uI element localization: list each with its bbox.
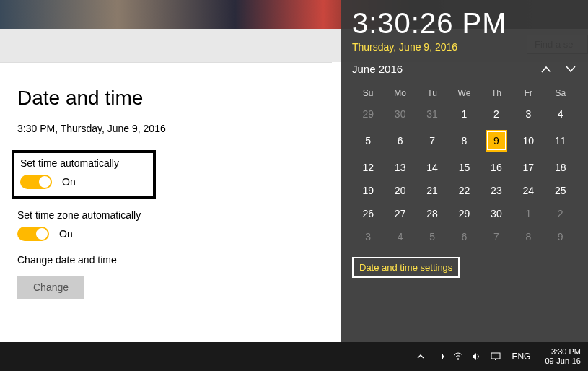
calendar-day[interactable]: 4 (545, 102, 576, 126)
calendar-day[interactable]: 17 (512, 156, 544, 179)
auto-time-toggle[interactable] (20, 175, 52, 189)
calendar-day[interactable]: 6 (448, 225, 480, 248)
calendar-day[interactable]: 5 (352, 126, 384, 156)
calendar-weekday: Su (352, 84, 384, 102)
calendar-day[interactable]: 3 (512, 102, 544, 126)
calendar-day[interactable]: 15 (448, 156, 480, 179)
auto-time-label: Set time automatically (20, 157, 147, 169)
calendar-day[interactable]: 2 (481, 102, 512, 126)
calendar-day[interactable]: 2 (545, 202, 576, 225)
calendar-day[interactable]: 30 (481, 202, 512, 225)
auto-time-state: On (62, 176, 76, 188)
calendar-day[interactable]: 19 (352, 179, 384, 202)
calendar-day[interactable]: 16 (481, 156, 512, 179)
current-datetime: 3:30 PM, Thursday, June 9, 2016 (17, 123, 315, 134)
calendar-day[interactable]: 8 (512, 225, 544, 248)
highlight-auto-time: Set time automatically On (12, 150, 156, 199)
svg-rect-1 (443, 356, 444, 358)
calendar-day[interactable]: 9 (545, 225, 576, 248)
calendar-day[interactable]: 9 (481, 126, 512, 156)
battery-icon[interactable] (434, 351, 445, 362)
calendar-day[interactable]: 31 (416, 102, 448, 126)
calendar-day[interactable]: 6 (384, 126, 416, 156)
calendar-day[interactable]: 13 (384, 156, 416, 179)
change-dt-heading: Change date and time (17, 254, 315, 266)
calendar-day[interactable]: 22 (448, 179, 480, 202)
calendar-day[interactable]: 23 (481, 179, 512, 202)
calendar-day[interactable]: 28 (416, 202, 448, 225)
calendar-day[interactable]: 12 (352, 156, 384, 179)
auto-tz-label: Set time zone automatically (17, 209, 315, 221)
auto-tz-toggle[interactable] (17, 227, 49, 241)
calendar-day[interactable]: 24 (512, 179, 544, 202)
calendar-weekday: Tu (416, 84, 448, 102)
calendar-day[interactable]: 5 (416, 225, 448, 248)
flyout-date[interactable]: Thursday, June 9, 2016 (352, 41, 576, 53)
calendar-day[interactable]: 27 (384, 202, 416, 225)
calendar-day[interactable]: 30 (384, 102, 416, 126)
calendar-month[interactable]: June 2016 (352, 63, 403, 75)
settings-pane: Date and time 3:30 PM, Thursday, June 9,… (0, 87, 332, 312)
calendar-weekday: Th (481, 84, 512, 102)
change-button[interactable]: Change (17, 276, 84, 299)
calendar-day[interactable]: 7 (481, 225, 512, 248)
calendar-day[interactable]: 4 (384, 225, 416, 248)
svg-rect-3 (491, 353, 500, 359)
date-time-settings-link[interactable]: Date and time settings (352, 257, 460, 278)
tray-chevron-up-icon[interactable] (415, 351, 426, 362)
auto-tz-state: On (59, 228, 73, 240)
calendar-day[interactable]: 3 (352, 225, 384, 248)
calendar-day[interactable]: 21 (416, 179, 448, 202)
calendar-day[interactable]: 1 (512, 202, 544, 225)
calendar-day[interactable]: 8 (448, 126, 480, 156)
calendar-weekday: Fr (512, 84, 544, 102)
taskbar-clock-date: 09-Jun-16 (545, 357, 581, 366)
volume-icon[interactable] (471, 351, 483, 362)
calendar-day[interactable]: 18 (545, 156, 576, 179)
calendar-day[interactable]: 14 (416, 156, 448, 179)
svg-point-2 (457, 358, 459, 359)
taskbar-clock-time: 3:30 PM (545, 347, 581, 357)
calendar-day[interactable]: 29 (352, 102, 384, 126)
action-center-icon[interactable] (490, 351, 501, 362)
calendar-day[interactable]: 29 (448, 202, 480, 225)
calendar-day[interactable]: 1 (448, 102, 480, 126)
calendar-weekday: Sa (545, 84, 576, 102)
calendar-day[interactable]: 25 (545, 179, 576, 202)
language-indicator[interactable]: ENG (512, 352, 530, 362)
calendar-grid: SuMoTuWeThFrSa 2930311234567891011121314… (352, 84, 576, 248)
wifi-icon[interactable] (452, 351, 464, 362)
taskbar-clock[interactable]: 3:30 PM 09-Jun-16 (545, 347, 581, 366)
calendar-day[interactable]: 7 (416, 126, 448, 156)
page-title: Date and time (17, 87, 315, 110)
svg-rect-0 (434, 354, 443, 359)
calendar-weekday: We (448, 84, 480, 102)
calendar-weekday: Mo (384, 84, 416, 102)
calendar-day[interactable]: 11 (545, 126, 576, 156)
calendar-day[interactable]: 20 (384, 179, 416, 202)
calendar-day[interactable]: 10 (512, 126, 544, 156)
taskbar: ENG 3:30 PM 09-Jun-16 (0, 342, 588, 371)
calendar-day[interactable]: 26 (352, 202, 384, 225)
divider (0, 62, 332, 63)
flyout-time: 3:30:26 PM (352, 7, 576, 40)
calendar-prev-icon[interactable] (540, 64, 552, 75)
clock-calendar-flyout: 3:30:26 PM Thursday, June 9, 2016 June 2… (341, 0, 588, 342)
calendar-next-icon[interactable] (565, 64, 576, 75)
